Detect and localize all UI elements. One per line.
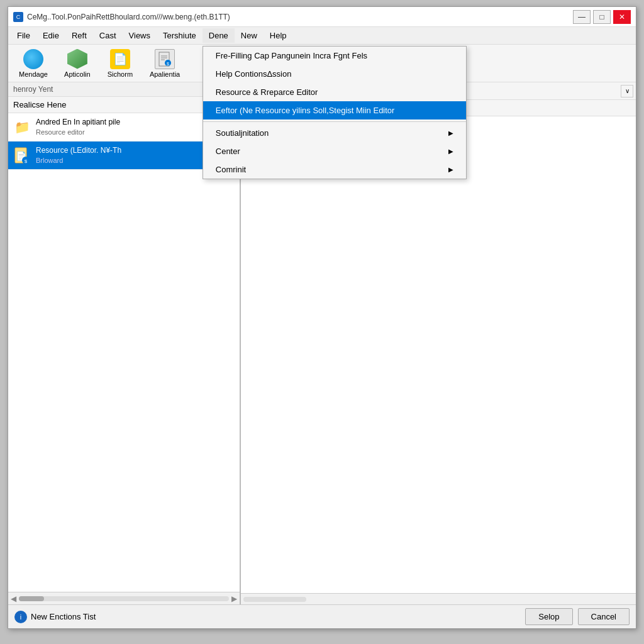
list-area: 📁 Andred En In apitiant pile Resource ed… xyxy=(8,113,240,592)
cancel-button[interactable]: Cancel xyxy=(578,608,630,625)
close-button[interactable]: ✕ xyxy=(613,10,631,24)
dropdown-item-soutialjnitation[interactable]: Soutialjnitation ▶ xyxy=(203,124,466,142)
scroll-thumb xyxy=(19,596,44,601)
dropdown-item-resource-rrepar[interactable]: Resource & Rreparce Editor xyxy=(203,83,466,101)
maximize-button[interactable]: □ xyxy=(593,10,611,24)
articolin-icon-shape xyxy=(67,49,87,69)
mendage-label: Mendage xyxy=(19,70,48,78)
dropdown-separator-1 xyxy=(203,121,466,122)
list-header-text: henroy Yent xyxy=(13,85,53,94)
dene-dropdown: Fre-Filling Cap Pangunein Incra Fgnt Fel… xyxy=(203,46,467,179)
right-body xyxy=(241,116,636,593)
toolbar-apalientia[interactable]: $ Apalientia xyxy=(144,46,186,81)
scroll-left-arrow[interactable]: ◀ xyxy=(11,594,16,603)
menu-file[interactable]: File xyxy=(11,28,36,43)
arrow-icon-comrinit: ▶ xyxy=(448,166,453,173)
scroll-track[interactable] xyxy=(19,596,229,601)
mendage-icon-shape xyxy=(23,49,43,69)
sichorm-icon: 📄 xyxy=(110,49,130,69)
title-bar-left: C CeMg..Tool.PonPaihRettBhoulard.com///w… xyxy=(13,12,230,22)
status-icon-char: i xyxy=(20,613,21,621)
menu-reft[interactable]: Reft xyxy=(65,28,93,43)
menu-tershiute[interactable]: Tershiute xyxy=(157,28,203,43)
window-controls: — □ ✕ xyxy=(573,10,631,24)
toolbar-mendage[interactable]: Mendage xyxy=(13,46,53,81)
right-scrollbar[interactable] xyxy=(241,593,636,604)
selop-button[interactable]: Selop xyxy=(525,608,572,625)
window-title: CeMg..Tool.PonPaihRettBhoulard.com///ww.… xyxy=(27,13,230,21)
sichorm-label: Sichorm xyxy=(108,70,133,78)
status-bar: i New Enctions Tist Selop Cancel xyxy=(8,604,636,628)
menu-cast[interactable]: Cast xyxy=(93,28,123,43)
status-buttons: Selop Cancel xyxy=(525,608,630,625)
item1-icon: 📁 xyxy=(13,118,31,136)
dropdown-item-help-contions[interactable]: Help ContionsΔssion xyxy=(203,65,466,83)
dropdown-item-center[interactable]: Center ▶ xyxy=(203,142,466,160)
toolbar-sichorm[interactable]: 📄 Sichorm xyxy=(101,46,139,81)
dropdown-item-comrinit[interactable]: Comrinit ▶ xyxy=(203,160,466,179)
app-icon: C xyxy=(13,12,23,22)
arrow-icon-soutialjnitation: ▶ xyxy=(448,130,453,136)
scroll-right-arrow[interactable]: ▶ xyxy=(231,594,237,603)
toolbar-articolin[interactable]: Apticolin xyxy=(58,46,96,81)
minimize-button[interactable]: — xyxy=(573,10,591,24)
apalientia-icon: $ xyxy=(155,49,175,69)
left-scrollbar[interactable]: ◀ ▶ xyxy=(8,592,240,604)
status-icon: i xyxy=(14,611,27,623)
main-window: C CeMg..Tool.PonPaihRettBhoulard.com///w… xyxy=(8,6,636,629)
item2-icon: 📄 $ xyxy=(13,147,31,164)
list-subheader-text: Realicse Hene xyxy=(13,100,67,109)
apalientia-icon-shape: $ xyxy=(155,49,175,69)
menu-dene[interactable]: Dene xyxy=(203,28,235,43)
mendage-icon xyxy=(23,49,43,69)
status-text: New Enctions Tist xyxy=(31,612,96,621)
right-scroll-track[interactable] xyxy=(243,597,306,602)
articolin-label: Apticolin xyxy=(64,70,91,78)
menu-edie[interactable]: Edie xyxy=(36,28,65,43)
menu-views[interactable]: Views xyxy=(123,28,157,43)
svg-text:$: $ xyxy=(167,62,169,66)
menu-dene-wrapper: Dene Fre-Filling Cap Pangunein Incra Fgn… xyxy=(203,28,235,43)
menu-help[interactable]: Help xyxy=(264,28,293,43)
sichorm-icon-shape: 📄 xyxy=(110,49,130,69)
articolin-icon xyxy=(67,49,87,69)
chevron-button[interactable]: ∨ xyxy=(621,85,633,97)
dropdown-item-eeftor[interactable]: Eeftor (Ne Resource yilins Soll,Stegist … xyxy=(203,101,466,119)
menu-bar: File Edie Reft Cast Views Tershiute Dene… xyxy=(8,27,636,45)
apalientia-label: Apalientia xyxy=(150,70,180,78)
status-left: i New Enctions Tist xyxy=(14,611,96,623)
menu-new[interactable]: New xyxy=(235,28,264,43)
dropdown-item-fre-filling[interactable]: Fre-Filling Cap Pangunein Incra Fgnt Fel… xyxy=(203,47,466,65)
title-bar: C CeMg..Tool.PonPaihRettBhoulard.com///w… xyxy=(8,7,636,27)
svg-text:$: $ xyxy=(25,158,28,164)
chevron-down-icon: ∨ xyxy=(625,87,630,94)
arrow-icon-center: ▶ xyxy=(448,148,453,155)
